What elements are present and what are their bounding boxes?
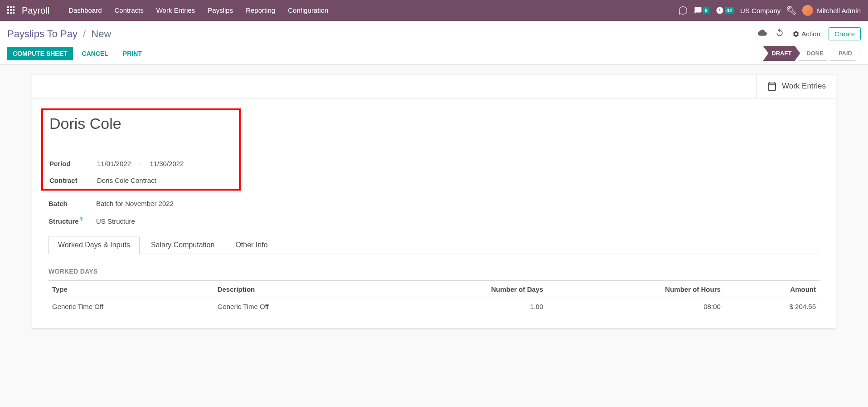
cell-amount: $ 204.55 [724,298,820,315]
col-days: Number of Days [379,281,547,298]
employee-name: Doris Cole [49,115,233,132]
company-selector[interactable]: US Company [740,7,781,15]
control-panel: Payslips To Pay / New Action Create COMP… [0,21,868,65]
nav-payslips[interactable]: Payslips [201,0,239,21]
nav-links: Dashboard Contracts Work Entries Payslip… [62,0,335,21]
breadcrumb: Payslips To Pay / New [7,28,111,40]
col-amount: Amount [724,281,820,298]
nav-reporting[interactable]: Reporting [239,0,281,21]
print-button[interactable]: PRINT [117,47,147,60]
status-bar: DRAFT DONE PAID [765,46,861,61]
period-label: Period [49,160,97,167]
batch-value: Batch for November 2022 [96,200,174,207]
form-sheet: Work Entries Doris Cole Period 11/01/202… [32,74,836,329]
debug-icon[interactable] [787,6,796,15]
tabs: Worked Days & Inputs Salary Computation … [48,236,820,254]
work-entries-stat-button[interactable]: Work Entries [756,74,836,98]
button-box: Work Entries [32,74,836,98]
tab-content: WORKED DAYS Type Description Number of D… [32,254,836,329]
messages-icon[interactable]: 6 [694,6,709,15]
breadcrumb-parent[interactable]: Payslips To Pay [7,28,78,39]
nav-dashboard[interactable]: Dashboard [62,0,108,21]
activities-icon[interactable]: 42 [716,6,734,15]
apps-icon[interactable] [7,6,15,15]
col-hours: Number of Hours [547,281,724,298]
avatar [802,5,813,16]
period-to: 11/30/2022 [150,160,184,167]
cloud-icon[interactable] [758,28,767,39]
activities-badge: 42 [725,7,734,14]
status-paid[interactable]: PAID [830,46,861,61]
navbar-right: 6 42 US Company Mitchell Admin [679,5,861,16]
cell-hours: 08:00 [547,298,724,315]
help-icon[interactable]: ? [80,216,83,222]
support-icon[interactable] [679,6,688,15]
user-name: Mitchell Admin [817,7,861,15]
nav-contracts[interactable]: Contracts [108,0,150,21]
status-draft[interactable]: DRAFT [763,46,800,61]
discard-icon[interactable] [775,28,784,39]
messages-badge: 6 [703,7,709,14]
table-row[interactable]: Generic Time Off Generic Time Off 1.00 0… [48,298,820,315]
col-description: Description [214,281,379,298]
table-header-row: Type Description Number of Days Number o… [48,281,820,298]
user-menu[interactable]: Mitchell Admin [802,5,861,16]
breadcrumb-current: New [91,28,111,39]
structure-label: Structure? [48,216,96,225]
cell-type: Generic Time Off [48,298,214,315]
period-value: 11/01/2022 - 11/30/2022 [97,160,184,167]
nav-configuration[interactable]: Configuration [281,0,335,21]
period-from: 11/01/2022 [97,160,131,167]
contract-value: Doris Cole Contract [97,177,156,184]
col-type: Type [48,281,214,298]
worked-days-table: Type Description Number of Days Number o… [48,280,820,315]
calendar-icon [766,81,777,92]
action-menu[interactable]: Action [792,30,820,38]
create-button[interactable]: Create [829,27,861,40]
content-wrapper: Work Entries Doris Cole Period 11/01/202… [0,65,868,338]
tab-salary-computation[interactable]: Salary Computation [141,236,224,254]
compute-sheet-button[interactable]: COMPUTE SHEET [7,47,73,60]
tab-worked-days[interactable]: Worked Days & Inputs [48,236,140,254]
cancel-button[interactable]: CANCEL [77,47,114,60]
cell-days: 1.00 [379,298,547,315]
highlight-box: Doris Cole Period 11/01/2022 - 11/30/202… [41,108,241,191]
nav-work-entries[interactable]: Work Entries [150,0,202,21]
tab-other-info[interactable]: Other Info [226,236,277,254]
structure-value: US Structure [96,217,135,225]
top-navbar: Payroll Dashboard Contracts Work Entries… [0,0,868,21]
work-entries-label: Work Entries [782,82,826,91]
status-done[interactable]: DONE [798,46,832,61]
app-brand[interactable]: Payroll [22,5,49,16]
batch-label: Batch [48,200,96,207]
contract-label: Contract [49,177,97,184]
cell-description: Generic Time Off [214,298,379,315]
worked-days-title: WORKED DAYS [48,268,820,275]
